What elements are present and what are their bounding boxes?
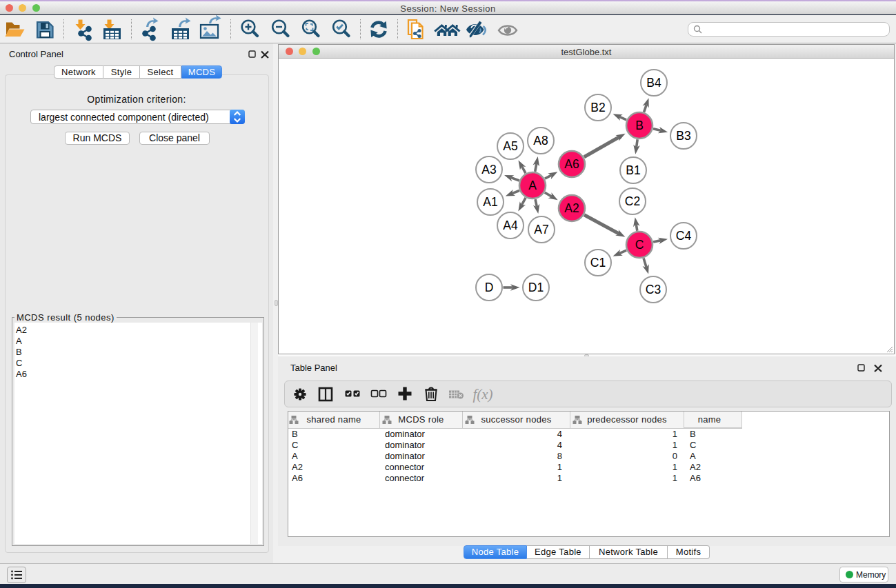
svg-text:C: C	[635, 238, 644, 252]
svg-text:B: B	[635, 119, 644, 132]
svg-text:C4: C4	[676, 229, 692, 243]
svg-text:D: D	[485, 281, 494, 294]
svg-text:A6: A6	[564, 157, 579, 171]
svg-text:A3: A3	[481, 163, 496, 176]
svg-text:A2: A2	[564, 201, 579, 215]
svg-text:B2: B2	[590, 101, 605, 114]
svg-text:C2: C2	[625, 194, 640, 208]
svg-text:A7: A7	[534, 223, 548, 236]
svg-text:A: A	[528, 179, 537, 192]
svg-text:A4: A4	[503, 219, 518, 232]
svg-text:C3: C3	[646, 283, 661, 296]
svg-text:D1: D1	[528, 281, 544, 294]
svg-text:B3: B3	[676, 129, 690, 143]
svg-text:f(x): f(x)	[472, 386, 492, 403]
svg-text:B4: B4	[646, 76, 661, 90]
svg-text:A5: A5	[503, 139, 517, 153]
svg-text:B1: B1	[626, 163, 640, 177]
svg-text:A1: A1	[483, 195, 497, 209]
svg-text:A8: A8	[533, 134, 548, 148]
svg-text:C1: C1	[590, 256, 606, 270]
